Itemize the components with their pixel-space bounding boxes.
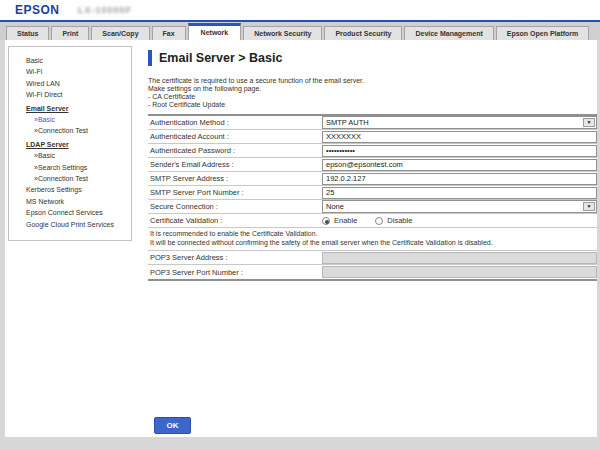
- sidebar-item-google-cloud-print-services[interactable]: Google Cloud Print Services: [26, 219, 127, 230]
- pop3-port-label: POP3 Server Port Number :: [148, 268, 322, 277]
- tab-epson-open-platform[interactable]: Epson Open Platform: [496, 26, 590, 40]
- authentication-method-label: Authentication Method :: [148, 118, 322, 127]
- tab-status[interactable]: Status: [6, 26, 49, 40]
- form-row-pop3-address: POP3 Server Address :: [148, 251, 597, 265]
- sidebar-item-ms-network[interactable]: MS Network: [26, 196, 127, 207]
- sidebar-item-ldap-server[interactable]: LDAP Server: [26, 139, 127, 150]
- sidebar-item-search-settings[interactable]: »Search Settings: [34, 162, 127, 173]
- form-row-pop3-port: POP3 Server Port Number :: [148, 265, 597, 279]
- form-row-authenticated-account: Authenticated Account :: [148, 130, 597, 144]
- sidebar-item-connection-test[interactable]: »Connection Test: [34, 125, 127, 136]
- disable-radio-label: Disable: [387, 216, 412, 225]
- ok-button[interactable]: OK: [154, 417, 191, 434]
- sidebar-item-epson-connect-services[interactable]: Epson Connect Services: [26, 207, 127, 218]
- authentication-method-value: SMTP AUTH: [323, 118, 582, 127]
- title-accent-bar: [148, 50, 152, 66]
- form-row-smtp-address: SMTP Server Address :: [148, 172, 597, 186]
- page-title-row: Email Server > Basic: [148, 50, 597, 66]
- smtp-port-input[interactable]: [322, 187, 597, 199]
- description-line: - Root Certificate Update: [148, 101, 597, 109]
- disable-radio[interactable]: [375, 217, 383, 225]
- sidebar-item-basic[interactable]: Basic: [26, 55, 127, 66]
- sidebar-item-email-server[interactable]: Email Server: [26, 103, 127, 114]
- sidebar-nav: BasicWi-FiWired LANWi-Fi DirectEmail Ser…: [8, 46, 132, 241]
- pop3-address-label: POP3 Server Address :: [148, 253, 322, 262]
- tab-network[interactable]: Network: [188, 23, 242, 40]
- app-header: EPSON LX-10000F: [0, 0, 600, 20]
- secure-connection-value: None: [323, 202, 582, 211]
- authenticated-account-label: Authenticated Account :: [148, 132, 322, 141]
- description-line: The certificate is required to use a sec…: [148, 77, 597, 85]
- chevron-down-icon[interactable]: ▼: [583, 118, 595, 127]
- sidebar-item-wi-fi-direct[interactable]: Wi-Fi Direct: [26, 89, 127, 100]
- smtp-address-input[interactable]: [322, 173, 597, 185]
- note-line: It is recommended to enable the Certific…: [150, 230, 595, 239]
- epson-logo: EPSON: [15, 3, 60, 17]
- email-server-form: Authentication Method : SMTP AUTH ▼ Auth…: [148, 114, 597, 281]
- certificate-validation-label: Certificate Validation :: [148, 216, 322, 225]
- sidebar-item-wired-lan[interactable]: Wired LAN: [26, 78, 127, 89]
- sidebar-item-basic[interactable]: »Basic: [34, 114, 127, 125]
- form-row-authenticated-password: Authenticated Password :: [148, 144, 597, 158]
- tab-fax[interactable]: Fax: [152, 26, 186, 40]
- form-row-sender-email: Sender's Email Address :: [148, 158, 597, 172]
- form-row-authentication-method: Authentication Method : SMTP AUTH ▼: [148, 116, 597, 130]
- sidebar-item-connection-test[interactable]: »Connection Test: [34, 173, 127, 184]
- secure-connection-label: Secure Connection :: [148, 202, 322, 211]
- main-panel: Email Server > Basic The certificate is …: [148, 50, 597, 434]
- sidebar-item-kerberos-settings[interactable]: Kerberos Settings: [26, 184, 127, 195]
- authentication-method-select[interactable]: SMTP AUTH ▼: [322, 116, 597, 129]
- authenticated-account-input[interactable]: [322, 131, 597, 143]
- pop3-port-input: [322, 266, 597, 278]
- description-line: - CA Certificate: [148, 93, 597, 101]
- smtp-port-label: SMTP Server Port Number :: [148, 188, 322, 197]
- authenticated-password-label: Authenticated Password :: [148, 146, 322, 155]
- tab-print[interactable]: Print: [51, 26, 89, 40]
- tab-product-security[interactable]: Product Security: [324, 26, 402, 40]
- content-area: BasicWi-FiWired LANWi-Fi DirectEmail Ser…: [0, 40, 600, 437]
- tab-scan-copy[interactable]: Scan/Copy: [91, 26, 149, 40]
- chevron-down-icon[interactable]: ▼: [583, 202, 595, 211]
- smtp-address-label: SMTP Server Address :: [148, 174, 322, 183]
- printer-model-name: LX-10000F: [78, 5, 132, 15]
- tab-bar: StatusPrintScan/CopyFaxNetworkNetwork Se…: [0, 22, 600, 40]
- sidebar-item-basic[interactable]: »Basic: [34, 150, 127, 161]
- description-line: Make settings on the following page.: [148, 85, 597, 93]
- certificate-validation-radio-group: Enable Disable: [322, 216, 426, 225]
- sender-email-label: Sender's Email Address :: [148, 160, 322, 169]
- certificate-validation-note: It is recommended to enable the Certific…: [148, 228, 597, 251]
- form-row-secure-connection: Secure Connection : None ▼: [148, 200, 597, 214]
- form-row-smtp-port: SMTP Server Port Number :: [148, 186, 597, 200]
- secure-connection-select[interactable]: None ▼: [322, 200, 597, 213]
- sender-email-input[interactable]: [322, 159, 597, 171]
- note-line: It will be connected without confirming …: [150, 239, 595, 248]
- form-row-certificate-validation: Certificate Validation : Enable Disable: [148, 214, 597, 228]
- page-description: The certificate is required to use a sec…: [148, 77, 597, 109]
- enable-radio-label: Enable: [334, 216, 357, 225]
- tab-network-security[interactable]: Network Security: [243, 26, 322, 40]
- pop3-address-input: [322, 252, 597, 264]
- sidebar-item-wi-fi[interactable]: Wi-Fi: [26, 66, 127, 77]
- enable-radio[interactable]: [322, 217, 330, 225]
- authenticated-password-input[interactable]: [322, 145, 597, 157]
- tab-device-management[interactable]: Device Management: [404, 26, 493, 40]
- page-title: Email Server > Basic: [159, 51, 282, 65]
